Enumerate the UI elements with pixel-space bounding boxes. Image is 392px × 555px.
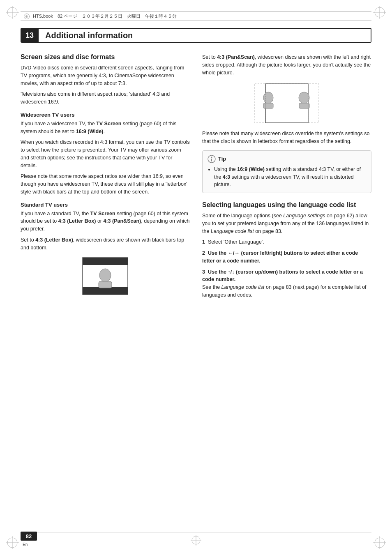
pan-scan-p1: Set to 4:3 (Pan&Scan), widescreen discs … xyxy=(202,53,371,76)
step3-num: 3 xyxy=(202,269,205,275)
svg-point-19 xyxy=(263,92,273,104)
chapter-title: Additional information xyxy=(45,31,133,40)
chapter-header: 13 Additional information xyxy=(21,28,371,43)
standard-tv-title: Standard TV users xyxy=(21,202,190,208)
language-intro: Some of the language options (see Langua… xyxy=(202,212,371,235)
step1-num: 1 xyxy=(202,239,205,245)
language-code-title: Selecting languages using the language c… xyxy=(202,201,371,209)
page-lang: En xyxy=(23,542,28,547)
svg-point-21 xyxy=(299,92,309,104)
svg-rect-27 xyxy=(211,159,212,161)
section-screen-sizes-title: Screen sizes and disc formats xyxy=(21,53,190,61)
left-column: Screen sizes and disc formats DVD-Video … xyxy=(21,53,190,522)
tip-list: Using the 16:9 (Wide) setting with a sta… xyxy=(214,166,366,189)
top-bar-text: HTS.book 82 ページ ２０３年２月２５日 火曜日 午後１時４５分 xyxy=(33,13,177,19)
step2-num: 2 xyxy=(202,250,205,256)
standard-p2: Set to 4:3 (Letter Box), widescreen disc… xyxy=(21,236,190,252)
svg-rect-16 xyxy=(99,281,112,288)
svg-rect-20 xyxy=(263,103,273,108)
chapter-number: 13 xyxy=(21,28,39,43)
svg-rect-22 xyxy=(299,103,309,108)
svg-rect-14 xyxy=(83,287,128,295)
top-bar-cross: ⊕ xyxy=(24,14,30,19)
pan-scan-illustration xyxy=(254,81,320,126)
step1-text: Select 'Other Language'. xyxy=(208,239,264,245)
reg-mark-tl xyxy=(4,4,21,21)
tip-icon xyxy=(208,155,216,163)
screen-sizes-intro2: Televisions also come in different aspec… xyxy=(21,90,190,106)
svg-point-26 xyxy=(211,157,212,158)
step3-text: Use the ↑/↓ (cursor up/down) buttons to … xyxy=(202,269,363,283)
reg-mark-bl xyxy=(4,534,21,551)
screen-sizes-intro: DVD-Video discs come in several differen… xyxy=(21,64,190,87)
svg-point-15 xyxy=(99,269,111,282)
widescreen-p1: If you have a widescreen TV, the TV Scre… xyxy=(21,120,190,136)
top-bar: ⊕ HTS.book 82 ページ ２０３年２月２５日 火曜日 午後１時４５分 xyxy=(21,12,371,21)
tip-label: Tip xyxy=(218,156,226,162)
right-column: Set to 4:3 (Pan&Scan), widescreen discs … xyxy=(202,53,371,522)
tip-header: Tip xyxy=(208,155,366,163)
step3-sub: See the Language code list on page 83 (n… xyxy=(202,284,367,298)
bottom-line xyxy=(21,532,371,532)
reg-mark-tr xyxy=(371,4,388,21)
pan-scan-p2: Please note that many widescreen discs o… xyxy=(202,130,371,145)
reg-mark-br xyxy=(371,534,388,551)
tip-item: Using the 16:9 (Wide) setting with a sta… xyxy=(214,166,366,189)
step3: 3 Use the ↑/↓ (cursor up/down) buttons t… xyxy=(202,268,371,299)
step2: 2 Use the ←/→ (cursor left/right) button… xyxy=(202,249,371,265)
letterbox-illustration xyxy=(81,256,130,297)
chapter-title-box: Additional information xyxy=(39,28,371,43)
step2-text: Use the ←/→ (cursor left/right) buttons … xyxy=(202,250,358,264)
main-content: Screen sizes and disc formats DVD-Video … xyxy=(21,53,371,522)
tip-box: Tip Using the 16:9 (Wide) setting with a… xyxy=(202,150,371,193)
step1: 1 Select 'Other Language'. xyxy=(202,238,371,246)
page-number: 82 xyxy=(21,532,37,541)
widescreen-tv-title: Widescreen TV users xyxy=(21,112,190,118)
widescreen-p3: Please note that some movie aspect ratio… xyxy=(21,173,190,196)
center-bottom-reg xyxy=(190,534,202,548)
svg-rect-13 xyxy=(83,258,128,265)
widescreen-p2: When you watch discs recorded in 4:3 for… xyxy=(21,138,190,169)
standard-p1: If you have a standard TV, the TV Screen… xyxy=(21,210,190,233)
